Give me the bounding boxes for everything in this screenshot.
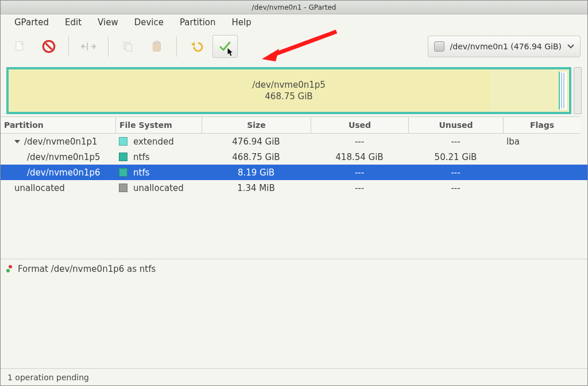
fs-swatch-icon [119,137,127,146]
status-text: 1 operation pending [7,373,89,382]
menu-help[interactable]: Help [224,14,260,30]
delete-partition-button[interactable] [36,35,61,58]
fs-label: unallocated [133,183,184,193]
col-flags[interactable]: Flags [503,116,581,134]
partition-map-label: /dev/nvme0n1p5 468.75 GiB [252,80,326,102]
cell-partition: /dev/nvme0n1p6 [1,167,115,178]
operation-label: Format /dev/nvme0n1p6 as ntfs [18,264,156,274]
map-scrollbar[interactable] [574,67,582,114]
svg-rect-7 [154,41,158,44]
pending-operations[interactable]: Format /dev/nvme0n1p6 as ntfs [1,259,587,279]
fs-swatch-icon [119,168,127,177]
partition-map-used [9,69,490,112]
cell-size: 468.75 GiB [202,152,311,162]
chevron-down-icon [567,43,574,50]
cell-unused: --- [408,137,503,147]
cell-filesystem: ntfs [115,167,202,178]
device-selector-label: /dev/nvme0n1 (476.94 GiB) [450,42,562,51]
toolbar: /dev/nvme0n1 (476.94 GiB) [1,30,587,63]
cell-used: 418.54 GiB [311,152,408,162]
menubar: GParted Edit View Device Partition Help [1,14,587,30]
partition-name: /dev/nvme0n1p5 [27,152,100,162]
titlebar: /dev/nvme0n1 - GParted [1,1,587,14]
document-new-icon [14,40,26,53]
annotation-arrow [262,28,342,63]
gparted-window: /dev/nvme0n1 - GParted GParted Edit View… [0,0,588,386]
expander-icon[interactable] [14,140,20,143]
cell-partition: unallocated [1,183,115,193]
svg-marker-9 [262,49,279,61]
svg-line-2 [46,44,52,50]
svg-rect-0 [16,42,23,50]
partition-table-body: /dev/nvme0n1p1extended476.94 GiB------lb… [1,134,587,196]
cell-filesystem: ntfs [115,152,202,162]
menu-device[interactable]: Device [126,14,172,30]
cursor-icon [227,47,235,57]
partition-map-tail [559,72,567,110]
svg-rect-3 [87,42,88,50]
cell-filesystem: unallocated [115,183,202,193]
disk-icon [434,41,444,52]
cell-size: 1.34 MiB [202,183,311,193]
svg-rect-5 [126,44,131,51]
fs-swatch-icon [119,153,127,161]
menu-gparted[interactable]: GParted [6,14,57,30]
copy-icon [122,40,134,53]
col-filesystem[interactable]: File System [115,116,202,134]
copy-button[interactable] [115,35,141,58]
partition-name: /dev/nvme0n1p6 [27,167,100,178]
cell-flags: lba [503,137,581,147]
new-partition-button[interactable] [7,35,33,58]
format-operation-icon [6,265,14,273]
cell-used: --- [311,137,408,147]
cell-partition: /dev/nvme0n1p5 [1,152,115,162]
cell-size: 8.19 GiB [202,167,311,178]
partition-map-row: /dev/nvme0n1p5 468.75 GiB [1,63,587,114]
partition-table-header: Partition File System Size Used Unused F… [1,116,587,134]
undo-icon [189,40,203,53]
cell-used: --- [311,183,408,193]
window-title: /dev/nvme0n1 - GParted [252,3,336,11]
apply-button[interactable] [212,35,238,58]
cell-unused: 50.21 GiB [408,152,503,162]
col-used[interactable]: Used [311,116,408,134]
cell-unused: --- [408,183,503,193]
fs-label: extended [133,137,174,147]
undo-button[interactable] [184,35,209,58]
cell-filesystem: extended [115,137,202,147]
table-row[interactable]: /dev/nvme0n1p5ntfs468.75 GiB418.54 GiB50… [1,149,587,165]
fs-label: ntfs [133,167,149,178]
table-row[interactable]: /dev/nvme0n1p1extended476.94 GiB------lb… [1,134,587,149]
cell-partition: /dev/nvme0n1p1 [1,137,115,147]
table-row[interactable]: /dev/nvme0n1p6ntfs8.19 GiB------ [1,165,587,180]
col-size[interactable]: Size [202,116,311,134]
partition-map[interactable]: /dev/nvme0n1p5 468.75 GiB [6,67,571,114]
device-selector[interactable]: /dev/nvme0n1 (476.94 GiB) [428,36,581,57]
cell-size: 476.94 GiB [202,137,311,147]
partition-name: unallocated [14,183,65,193]
toolbar-separator [108,36,109,57]
cell-unused: --- [408,167,503,178]
cell-used: --- [311,167,408,178]
paste-button[interactable] [144,35,169,58]
partition-map-size: 468.75 GiB [252,91,326,102]
col-unused[interactable]: Unused [408,116,503,134]
menu-view[interactable]: View [90,14,126,30]
resize-icon [80,41,96,52]
resize-move-button[interactable] [76,35,101,58]
toolbar-separator [68,36,69,57]
svg-line-8 [271,32,336,56]
menu-edit[interactable]: Edit [57,14,90,30]
paste-icon [150,40,163,53]
toolbar-separator [176,36,177,57]
partition-map-name: /dev/nvme0n1p5 [252,80,326,91]
delete-icon [41,39,56,54]
statusbar: 1 operation pending [1,368,587,385]
table-row[interactable]: unallocatedunallocated1.34 MiB------ [1,180,587,196]
menu-partition[interactable]: Partition [172,14,224,30]
partition-table: Partition File System Size Used Unused F… [1,116,587,196]
fs-swatch-icon [119,184,127,192]
fs-label: ntfs [133,152,149,162]
svg-rect-6 [153,42,161,52]
col-partition[interactable]: Partition [1,116,115,134]
